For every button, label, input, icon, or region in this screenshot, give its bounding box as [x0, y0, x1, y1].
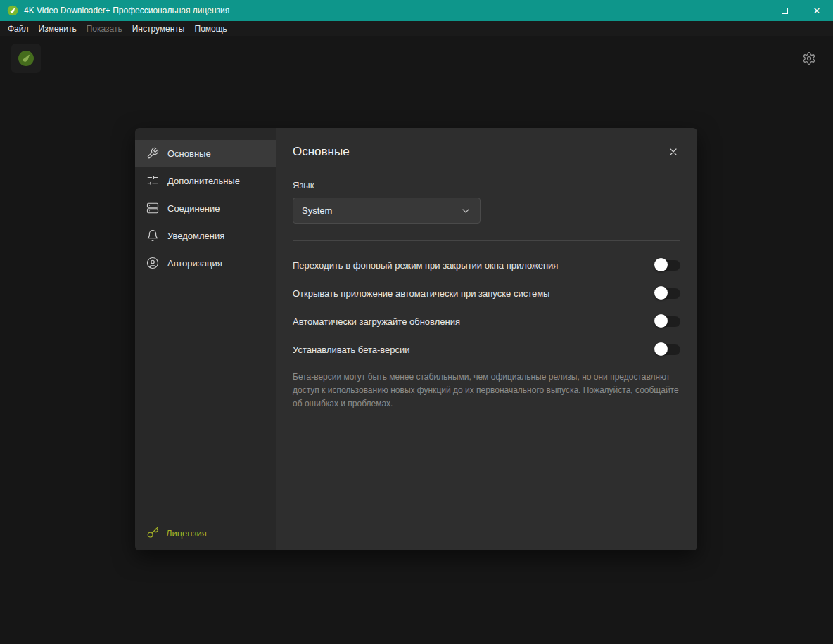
beta-versions-toggle[interactable]	[655, 344, 680, 355]
wrench-icon	[146, 147, 159, 160]
settings-gear-button[interactable]	[802, 51, 816, 65]
content-header: Основные	[293, 145, 680, 159]
toggle-knob	[654, 258, 668, 271]
toggle-knob	[654, 286, 668, 300]
menu-edit[interactable]: Изменить	[34, 21, 82, 36]
license-label: Лицензия	[166, 528, 207, 539]
sidebar-item-general[interactable]: Основные	[135, 140, 276, 167]
maximize-button[interactable]	[768, 0, 801, 21]
toggle-knob	[654, 314, 668, 328]
menu-tools[interactable]: Инструменты	[127, 21, 190, 36]
app-window: 4K Video Downloader+ Профессиональная ли…	[0, 0, 833, 644]
sidebar-item-label: Соединение	[167, 203, 220, 214]
app-logo-icon	[7, 5, 18, 16]
toggle-row-auto-updates: Автоматически загружайте обновления	[293, 307, 680, 335]
toggle-label: Открывать приложение автоматически при з…	[293, 288, 549, 299]
sidebar-item-label: Дополнительные	[167, 176, 240, 186]
divider	[293, 240, 680, 241]
menu-view: Показать	[82, 21, 127, 36]
sliders-icon	[146, 174, 159, 187]
menubar: Файл Изменить Показать Инструменты Помощ…	[0, 21, 833, 36]
toggle-row-background-mode: Переходить в фоновый режим при закрытии …	[293, 251, 680, 279]
language-dropdown[interactable]: System	[293, 198, 481, 224]
background-mode-toggle[interactable]	[655, 260, 680, 271]
app-logo-tile	[11, 44, 41, 73]
menu-help[interactable]: Помощь	[190, 21, 232, 36]
sidebar-item-notifications[interactable]: Уведомления	[135, 222, 276, 249]
toggle-knob	[654, 342, 668, 356]
toggle-label: Переходить в фоновый режим при закрытии …	[293, 260, 558, 271]
sidebar-item-label: Уведомления	[167, 231, 224, 241]
toggle-row-beta-versions: Устанавливать бета-версии	[293, 335, 680, 363]
dialog-close-button[interactable]	[666, 145, 680, 159]
app-logo-icon	[18, 50, 34, 67]
gear-icon	[802, 51, 816, 65]
toggle-label: Автоматически загружайте обновления	[293, 316, 460, 327]
sidebar-item-label: Основные	[167, 148, 211, 159]
toggle-label: Устанавливать бета-версии	[293, 344, 410, 355]
settings-content: Основные Язык System	[276, 128, 697, 550]
toggle-rows: Переходить в фоновый режим при закрытии …	[293, 251, 680, 363]
beta-note: Бета-версии могут быть менее стабильными…	[293, 371, 680, 411]
close-icon: ✕	[813, 6, 821, 15]
toggle-row-autostart: Открывать приложение автоматически при з…	[293, 279, 680, 307]
key-icon	[146, 527, 159, 539]
auto-updates-toggle[interactable]	[655, 316, 680, 327]
settings-dialog: Основные Дополнительные Соединение	[135, 128, 697, 550]
bell-icon	[146, 229, 159, 242]
close-icon	[668, 146, 679, 157]
settings-sidebar: Основные Дополнительные Соединение	[135, 128, 276, 550]
menu-file[interactable]: Файл	[3, 21, 34, 36]
main-area: Основные Дополнительные Соединение	[0, 36, 833, 644]
autostart-toggle[interactable]	[655, 288, 680, 299]
minimize-icon	[749, 11, 756, 11]
server-icon	[146, 202, 159, 214]
language-label: Язык	[293, 180, 680, 191]
close-button[interactable]: ✕	[801, 0, 833, 21]
chevron-down-icon	[460, 205, 471, 217]
sidebar-item-license[interactable]: Лицензия	[146, 527, 207, 539]
user-circle-icon	[146, 257, 159, 269]
page-title: Основные	[293, 145, 350, 159]
minimize-button[interactable]	[736, 0, 768, 21]
titlebar: 4K Video Downloader+ Профессиональная ли…	[0, 0, 833, 21]
maximize-icon	[782, 8, 788, 14]
sidebar-item-advanced[interactable]: Дополнительные	[135, 167, 276, 194]
language-value: System	[302, 205, 332, 216]
sidebar-item-connection[interactable]: Соединение	[135, 195, 276, 221]
sidebar-item-label: Авторизация	[167, 258, 222, 269]
window-title: 4K Video Downloader+ Профессиональная ли…	[24, 6, 736, 15]
sidebar-item-authorization[interactable]: Авторизация	[135, 250, 276, 276]
